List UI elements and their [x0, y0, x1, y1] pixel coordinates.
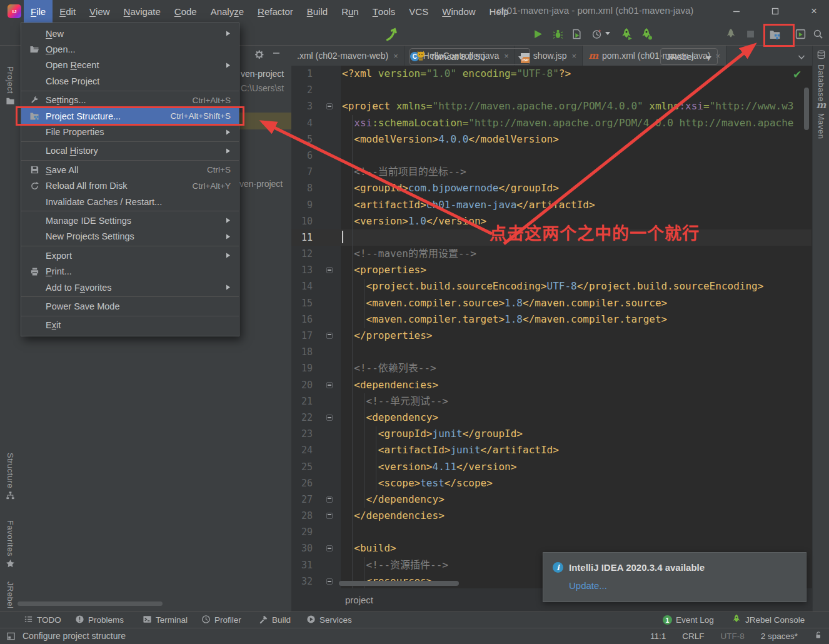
menu-item-close-project[interactable]: Close Project	[21, 73, 239, 89]
code-line-27[interactable]: 27 </dependency>	[291, 491, 811, 508]
tool-button-terminal[interactable]: Terminal	[143, 612, 188, 628]
tool-button-jrebel-console[interactable]: JRebel Console	[731, 612, 805, 628]
menu-item-save-all[interactable]: Save AllCtrl+S	[21, 162, 239, 178]
tool-button-database[interactable]: Database	[813, 50, 829, 102]
fold-marker[interactable]	[313, 377, 341, 393]
code-line-28[interactable]: 28 </dependencies>	[291, 508, 811, 524]
menu-item-invalidate-caches-restart[interactable]: Invalidate Caches / Restart...	[21, 194, 239, 209]
menu-item-settings[interactable]: Settings...Ctrl+Alt+S	[21, 93, 239, 108]
code-line-21[interactable]: 21 <!--单元测试-->	[291, 393, 811, 410]
menu-item-open-recent[interactable]: Open Recent	[21, 58, 239, 73]
run-configuration-select[interactable]: Tomcat 8.0.50	[409, 48, 530, 65]
fold-marker[interactable]	[313, 410, 341, 426]
code-line-26[interactable]: 26 <scope>test</scope>	[291, 475, 811, 491]
tool-button-services[interactable]: Services	[306, 612, 352, 628]
code-line-9[interactable]: 9 <artifactId>ch01-maven-java</artifactI…	[291, 197, 811, 213]
code-line-17[interactable]: 17 </properties>	[291, 328, 811, 344]
maximize-button[interactable]	[766, 4, 785, 19]
jrebel-select[interactable]: JRebel	[660, 48, 718, 65]
menu-item-add-to-favorites[interactable]: Add to Favorites	[21, 279, 239, 295]
editor-vscrollbar[interactable]	[804, 88, 809, 130]
code-line-16[interactable]: 16 <maven.compiler.target>1.8</maven.com…	[291, 311, 811, 328]
run-button[interactable]	[533, 29, 543, 39]
fold-marker[interactable]	[313, 508, 341, 524]
project-pane-hscrollbar[interactable]	[18, 601, 163, 606]
tool-button-event-log[interactable]: 1Event Log	[663, 612, 714, 628]
code-line-18[interactable]: 18	[291, 344, 811, 360]
code-line-29[interactable]: 29	[291, 524, 811, 540]
jrebel-update-icon[interactable]	[384, 27, 399, 42]
menubar-item-analyze[interactable]: Analyze	[204, 0, 251, 23]
menu-item-local-history[interactable]: Local History	[21, 143, 239, 159]
code-line-2[interactable]: 2	[291, 82, 811, 98]
jrebel-debug-button[interactable]	[640, 28, 653, 40]
line-ending-widget[interactable]: CRLF	[682, 631, 704, 641]
code-line-13[interactable]: 13 <properties>	[291, 262, 811, 278]
code-line-12[interactable]: 12 <!--maven的常用设置-->	[291, 246, 811, 262]
fold-marker[interactable]	[313, 491, 341, 508]
lock-icon[interactable]	[814, 631, 823, 641]
menu-item-manage-ide-settings[interactable]: Manage IDE Settings	[21, 213, 239, 228]
menubar-item-help[interactable]: Help	[483, 0, 516, 23]
run-with-coverage-button[interactable]	[571, 29, 582, 39]
menubar-item-tools[interactable]: Tools	[366, 0, 403, 23]
menubar-item-refactor[interactable]: Refactor	[251, 0, 300, 23]
profiler-dropdown-icon[interactable]	[605, 32, 610, 35]
project-tree-item[interactable]: ven-project	[241, 69, 284, 79]
menubar-item-navigate[interactable]: Navigate	[117, 0, 168, 23]
code-line-24[interactable]: 24 <artifactId>junit</artifactId>	[291, 442, 811, 458]
gear-icon[interactable]	[254, 49, 264, 60]
code-line-25[interactable]: 25 <version>4.11</version>	[291, 459, 811, 475]
tab-close-icon[interactable]: ×	[572, 51, 577, 61]
fold-marker[interactable]	[313, 262, 341, 278]
editor-surface[interactable]: 1<?xml version="1.0" encoding="UTF-8"?>2…	[291, 66, 811, 588]
menu-item-new-projects-settings[interactable]: New Projects Settings	[21, 229, 239, 244]
tool-button-profiler[interactable]: Profiler	[201, 612, 241, 628]
tool-button-structure[interactable]: Structure	[0, 453, 21, 503]
menubar-item-window[interactable]: Window	[435, 0, 482, 23]
menu-item-power-save-mode[interactable]: Power Save Mode	[21, 298, 239, 314]
code-line-19[interactable]: 19 <!--依赖列表-->	[291, 360, 811, 376]
tab-xml-ch02-maven-web[interactable]: .xml (ch02-maven-web)×	[291, 46, 404, 66]
fold-marker[interactable]	[313, 328, 341, 344]
tab-list-chevron-icon[interactable]	[798, 51, 805, 63]
tool-button-favorites[interactable]: Favorites	[0, 520, 21, 571]
code-line-15[interactable]: 15 <maven.compiler.source>1.8</maven.com…	[291, 295, 811, 311]
fold-marker[interactable]	[313, 98, 341, 114]
profiler-button[interactable]	[591, 29, 602, 39]
menubar-item-vcs[interactable]: VCS	[402, 0, 435, 23]
code-line-3[interactable]: 3<project xmlns="http://maven.apache.org…	[291, 98, 811, 114]
close-button[interactable]: ×	[805, 4, 823, 19]
notification-update-link[interactable]: Update...	[569, 580, 607, 591]
jrebel-run-button[interactable]	[620, 28, 633, 40]
menubar-item-build[interactable]: Build	[300, 0, 334, 23]
notification-popup[interactable]: i IntelliJ IDEA 2020.3.4 available Updat…	[543, 552, 806, 602]
menu-item-open[interactable]: Open...	[21, 41, 239, 57]
tool-button-todo[interactable]: TODO	[24, 612, 61, 628]
menubar-item-view[interactable]: View	[83, 0, 117, 23]
code-line-22[interactable]: 22 <dependency>	[291, 410, 811, 426]
inspections-ok-icon[interactable]: ✔	[793, 68, 801, 81]
menu-item-project-structure[interactable]: Project Structure...Ctrl+Alt+Shift+S	[21, 108, 239, 124]
services-window-icon[interactable]	[795, 29, 806, 39]
project-tree-item[interactable]: ven-project	[239, 179, 283, 189]
editor-hscrollbar[interactable]	[339, 581, 459, 586]
code-line-5[interactable]: 5 <modelVersion>4.0.0</modelVersion>	[291, 131, 811, 148]
code-line-14[interactable]: 14 <project.build.sourceEncoding>UTF-8</…	[291, 278, 811, 294]
code-line-1[interactable]: 1<?xml version="1.0" encoding="UTF-8"?>	[291, 66, 811, 82]
menu-item-export[interactable]: Export	[21, 248, 239, 263]
code-line-20[interactable]: 20 <dependencies>	[291, 377, 811, 393]
encoding-widget[interactable]: UTF-8	[720, 631, 744, 641]
fold-marker[interactable]	[313, 573, 341, 588]
menubar-item-edit[interactable]: Edit	[53, 0, 83, 23]
menu-item-reload-all-from-disk[interactable]: Reload All from DiskCtrl+Alt+Y	[21, 178, 239, 194]
code-line-4[interactable]: 4 xsi:schemaLocation="http://maven.apach…	[291, 115, 811, 131]
code-line-6[interactable]: 6	[291, 148, 811, 164]
menubar-item-run[interactable]: Run	[334, 0, 366, 23]
tab-close-icon[interactable]: ×	[393, 51, 398, 61]
menubar-item-code[interactable]: Code	[168, 0, 204, 23]
code-line-23[interactable]: 23 <groupId>junit</groupId>	[291, 426, 811, 442]
indent-widget[interactable]: 2 spaces*	[761, 631, 798, 641]
menu-item-exit[interactable]: Exit	[21, 318, 239, 333]
tool-button-build[interactable]: Build	[259, 612, 291, 628]
